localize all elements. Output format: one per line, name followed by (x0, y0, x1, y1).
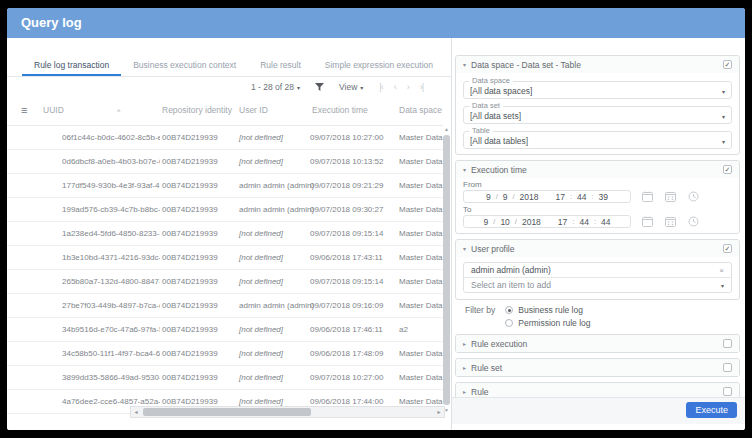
remove-icon[interactable]: × (719, 266, 724, 275)
calendar-grid-icon[interactable] (665, 216, 676, 227)
table-select[interactable]: [All data tables] ▾ (464, 135, 731, 147)
sort-ascending-icon[interactable]: ^ (117, 97, 120, 126)
filter-icon[interactable] (315, 83, 324, 92)
table-row[interactable]: 3899dd35-5866-49ad-9530- 00B74D219939 [n… (7, 366, 443, 390)
time-separator: : (570, 192, 572, 201)
tab-rule-log-transaction[interactable]: Rule log transaction (22, 55, 121, 76)
section-rule-execution-header[interactable]: ▸ Rule execution (456, 335, 739, 352)
table-row[interactable]: 199ad576-cb39-4c7b-b8bc-a 00B74D219939 a… (7, 198, 443, 222)
table-row[interactable]: 177df549-930b-4e3f-93af-4 00B74D219939 a… (7, 174, 443, 198)
view-dropdown[interactable]: View ▾ (339, 82, 363, 92)
clock-icon[interactable] (688, 216, 699, 227)
table-row[interactable]: 1a238ed4-5fd6-4850-8233- 00B74D219939 [n… (7, 222, 443, 246)
table-row[interactable]: 34b9516d-e70c-47a6-97fa-5 00B74D219939 [… (7, 318, 443, 342)
second-value[interactable]: 39 (599, 192, 608, 202)
second-value[interactable]: 44 (601, 217, 610, 227)
previous-page-icon[interactable]: ‹ (394, 82, 396, 92)
year-value[interactable]: 2018 (522, 217, 541, 227)
first-page-icon[interactable]: |‹ (379, 82, 382, 92)
expand-icon[interactable]: ▸ (463, 340, 466, 347)
section-execution-time: ▾ Execution time ✓ From 9 / 9 / 20 (455, 160, 740, 234)
horizontal-scroll-track[interactable] (141, 407, 434, 417)
radio-permission-rule-log[interactable]: Permission rule log (505, 318, 590, 328)
hour-value[interactable]: 17 (555, 192, 564, 202)
column-header-user-id[interactable]: User ID (239, 96, 268, 125)
time-separator: : (594, 217, 596, 226)
expand-icon[interactable]: ▸ (463, 388, 466, 395)
cell-data-space: Master Data - (399, 222, 443, 245)
from-datetime-input[interactable]: 9 / 9 / 2018 17 : 44 : 39 (463, 190, 631, 203)
horizontal-scrollbar[interactable]: ◂ ▸ (130, 406, 445, 418)
last-page-icon[interactable]: ›| (420, 82, 423, 92)
filter-by-label: Filter by (465, 305, 495, 328)
section-checkbox[interactable]: ✓ (723, 165, 732, 174)
selected-value: [All data spaces] (470, 86, 532, 96)
collapse-icon[interactable]: ▾ (463, 245, 466, 252)
scroll-left-icon[interactable]: ◂ (131, 407, 141, 417)
cell-uuid: 34b9516d-e70c-47a6-97fa-5 (62, 318, 160, 341)
section-rule-set-header[interactable]: ▸ Rule set (456, 359, 739, 376)
table-row[interactable]: 1b3e10bd-4371-4216-93dc- 00B74D219939 [n… (7, 246, 443, 270)
section-checkbox[interactable] (723, 363, 732, 372)
day-value[interactable]: 9 (503, 192, 508, 202)
field-label: Data set (469, 102, 503, 110)
scroll-up-icon[interactable]: ▲ (444, 126, 449, 133)
pagination-dropdown[interactable]: 1 - 28 of 28 ▾ (251, 82, 300, 92)
menu-icon[interactable]: ≡ (21, 96, 27, 125)
vertical-scrollbar[interactable]: ▲ ▼ (443, 126, 450, 414)
expand-icon[interactable]: ▸ (463, 364, 466, 371)
selected-value: [All data sets] (470, 111, 521, 121)
data-set-select[interactable]: [All data sets] ▾ (464, 110, 731, 122)
tab-rule-result[interactable]: Rule result (248, 55, 313, 76)
calendar-icon[interactable] (642, 216, 653, 227)
radio-on-icon[interactable] (505, 306, 513, 314)
minute-value[interactable]: 44 (577, 192, 586, 202)
scroll-right-icon[interactable]: ▸ (434, 407, 444, 417)
minute-value[interactable]: 44 (579, 217, 588, 227)
table-row[interactable]: 0d6dbcf8-a0eb-4b03-b07e-0 00B74D219939 [… (7, 150, 443, 174)
horizontal-scroll-thumb[interactable] (143, 408, 311, 416)
cell-user-id: admin admin (admin) (239, 174, 314, 197)
collapse-icon[interactable]: ▾ (463, 166, 466, 173)
year-value[interactable]: 2018 (520, 192, 539, 202)
cell-repository-identity: 00B74D219939 (162, 294, 218, 317)
radio-business-rule-log[interactable]: Business rule log (505, 305, 590, 315)
vertical-scroll-thumb[interactable] (443, 135, 450, 405)
add-user-select[interactable]: Select an item to add ▾ (464, 277, 731, 292)
section-checkbox[interactable] (723, 387, 732, 396)
to-datetime-input[interactable]: 9 / 10 / 2018 17 : 44 : 44 (463, 215, 631, 228)
next-page-icon[interactable]: › (407, 82, 409, 92)
calendar-icon[interactable] (642, 191, 653, 202)
cell-user-id: admin admin (admin) (239, 198, 314, 221)
table-row[interactable]: 34c58b50-11f1-4f97-bca4-6 00B74D219939 [… (7, 342, 443, 366)
section-checkbox[interactable]: ✓ (723, 244, 732, 253)
data-space-select[interactable]: [All data spaces] ▾ (464, 85, 731, 97)
clock-icon[interactable] (688, 191, 699, 202)
section-checkbox[interactable]: ✓ (723, 60, 732, 69)
execute-button[interactable]: Execute (686, 402, 737, 418)
tab-simple-expression-execution[interactable]: Simple expression execution (313, 55, 445, 76)
tab-business-execution-context[interactable]: Business execution context (121, 55, 248, 76)
table-row[interactable]: 265b80a7-132d-4800-8847- 00B74D219939 [n… (7, 270, 443, 294)
date-separator: / (496, 192, 498, 201)
month-value[interactable]: 9 (484, 217, 489, 227)
column-header-execution-time[interactable]: Execution time (312, 96, 368, 125)
section-checkbox[interactable] (723, 339, 732, 348)
section-execution-time-header[interactable]: ▾ Execution time ✓ (456, 161, 739, 178)
calendar-grid-icon[interactable] (665, 191, 676, 202)
hour-value[interactable]: 17 (558, 217, 567, 227)
collapse-icon[interactable]: ▾ (463, 61, 466, 68)
section-dataspace-header[interactable]: ▾ Data space - Data set - Table ✓ (456, 56, 739, 73)
day-value[interactable]: 10 (500, 217, 509, 227)
month-value[interactable]: 9 (486, 192, 491, 202)
selected-value: [All data tables] (470, 136, 528, 146)
column-header-repository-identity[interactable]: Repository identity (162, 96, 232, 125)
section-user-profile: ▾ User profile ✓ admin admin (admin) × S… (455, 239, 740, 300)
column-header-data-space[interactable]: Data space (399, 96, 442, 125)
selected-user-item[interactable]: admin admin (admin) × (464, 263, 731, 277)
table-row[interactable]: 27be7f03-449b-4897-b7ca-e 00B74D219939 a… (7, 294, 443, 318)
table-row[interactable]: 06f1c44c-b0dc-4602-8c5b-e 00B74D219939 [… (7, 126, 443, 150)
column-header-uuid[interactable]: UUID (43, 96, 64, 125)
radio-off-icon[interactable] (505, 319, 513, 327)
section-user-profile-header[interactable]: ▾ User profile ✓ (456, 240, 739, 257)
